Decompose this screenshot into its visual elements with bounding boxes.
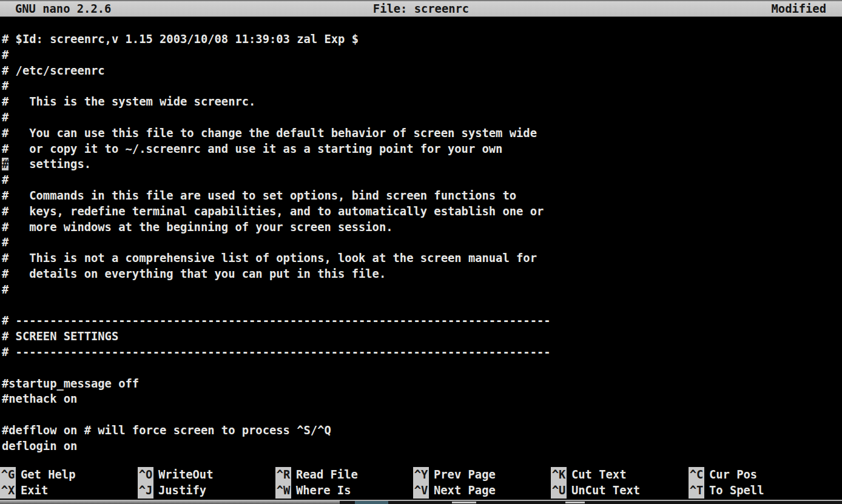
editor-line[interactable]: # SCREEN SETTINGS	[2, 329, 842, 344]
editor-line[interactable]: # Commands in this file are used to set …	[2, 188, 842, 204]
shortcut-item: ^KCut Text	[551, 467, 689, 483]
editor-line[interactable]: # This is not a comprehensive list of op…	[2, 250, 842, 266]
editor-line[interactable]: # $Id: screenrc,v 1.15 2003/10/08 11:39:…	[2, 32, 842, 47]
shortcut-item: ^CCur Pos	[689, 467, 842, 483]
editor-line[interactable]: #	[2, 47, 842, 63]
background-accent	[355, 501, 388, 504]
editor-line[interactable]: # You can use this file to change the de…	[2, 126, 842, 141]
shortcut-row: ^GGet Help^OWriteOut^RRead File^YPrev Pa…	[0, 467, 842, 483]
shortcut-item: ^XExit	[0, 483, 138, 499]
background-patch	[565, 502, 585, 503]
editor-line[interactable]: #	[2, 78, 842, 94]
editor-line[interactable]: #	[2, 235, 842, 250]
shortcut-label: Read File	[296, 467, 358, 483]
shortcut-row: ^XExit^JJustify^WWhere Is^VNext Page^UUn…	[0, 483, 842, 499]
editor-line[interactable]: #	[2, 282, 842, 298]
editor-line[interactable]: # details on everything that you can put…	[2, 266, 842, 282]
shortcut-label: To Spell	[709, 483, 764, 499]
shortcut-item: ^JJustify	[138, 483, 275, 499]
editor-line[interactable]: # This is the system wide screenrc.	[2, 94, 842, 110]
modified-badge: Modified	[772, 1, 842, 17]
editor-line[interactable]: # keys, redefine terminal capabilities, …	[2, 204, 842, 220]
shortcut-label: Prev Page	[434, 467, 496, 483]
editor-line[interactable]: #startup_message off	[2, 376, 842, 392]
shortcut-label: UnCut Text	[571, 483, 640, 499]
shortcut-item: ^GGet Help	[0, 467, 138, 483]
editor-line[interactable]: deflogin on	[2, 438, 842, 454]
editor-line[interactable]: # settings.	[2, 156, 842, 172]
editor-line[interactable]: # --------------------------------------…	[2, 313, 842, 329]
shortcut-key-badge: ^O	[138, 467, 153, 483]
shortcut-key-badge: ^W	[275, 483, 291, 499]
background-window-sliver	[340, 501, 842, 504]
editor-line[interactable]	[2, 360, 842, 376]
shortcut-key-badge: ^X	[0, 483, 16, 499]
shortcut-key-badge: ^U	[551, 483, 567, 499]
shortcut-item: ^YPrev Page	[413, 467, 551, 483]
shortcut-item: ^UUnCut Text	[551, 483, 689, 499]
editor-line[interactable]	[2, 407, 842, 423]
shortcut-key-badge: ^Y	[413, 467, 429, 483]
editor-line[interactable]	[2, 298, 842, 314]
file-name-label: File: screenrc	[0, 1, 842, 17]
shortcut-item: ^TTo Spell	[689, 483, 842, 499]
shortcut-key-badge: ^T	[689, 483, 704, 499]
shortcut-key-badge: ^C	[689, 467, 704, 483]
nano-titlebar: File: screenrc GNU nano 2.2.6 Modified	[0, 0, 842, 17]
shortcut-bar: ^GGet Help^OWriteOut^RRead File^YPrev Pa…	[0, 467, 842, 500]
shortcut-key-badge: ^R	[275, 467, 291, 483]
shortcut-item: ^WWhere Is	[275, 483, 413, 499]
shortcut-key-badge: ^J	[138, 483, 153, 499]
shortcut-label: Get Help	[21, 467, 75, 483]
shortcut-item: ^RRead File	[275, 467, 413, 483]
window-bottom-edge	[0, 500, 842, 504]
shortcut-item: ^VNext Page	[413, 483, 551, 499]
cursor-block: #	[2, 158, 8, 170]
shortcut-key-badge: ^K	[551, 467, 567, 483]
shortcut-key-badge: ^V	[413, 483, 429, 499]
editor-line[interactable]: # --------------------------------------…	[2, 344, 842, 360]
editor-line[interactable]: # or copy it to ~/.screenrc and use it a…	[2, 141, 842, 157]
terminal-window[interactable]: File: screenrc GNU nano 2.2.6 Modified #…	[0, 0, 842, 504]
shortcut-label: Next Page	[434, 483, 496, 499]
editor-line[interactable]: #	[2, 172, 842, 188]
shortcut-label: Exit	[21, 483, 48, 499]
shortcut-label: Where Is	[296, 483, 351, 499]
background-patch	[452, 502, 476, 503]
editor-line[interactable]: # more windows at the beginning of your …	[2, 220, 842, 235]
editor-line[interactable]: #defflow on # will force screen to proce…	[2, 423, 842, 438]
editor-line[interactable]: #	[2, 110, 842, 126]
editor-line[interactable]: # /etc/screenrc	[2, 63, 842, 79]
shortcut-label: Cut Text	[571, 467, 626, 483]
editor-buffer[interactable]: # $Id: screenrc,v 1.15 2003/10/08 11:39:…	[0, 17, 842, 467]
shortcut-item: ^OWriteOut	[138, 467, 275, 483]
shortcut-label: Justify	[158, 483, 206, 499]
editor-line[interactable]: #nethack on	[2, 391, 842, 407]
shortcut-label: WriteOut	[158, 467, 213, 483]
shortcut-label: Cur Pos	[709, 467, 757, 483]
shortcut-key-badge: ^G	[0, 467, 16, 483]
